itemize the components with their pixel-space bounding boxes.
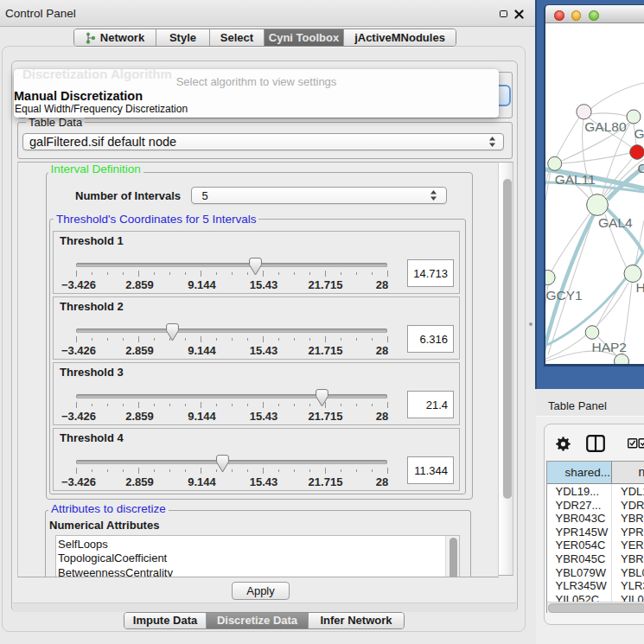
svg-text:GAL11: GAL11 [555, 172, 596, 187]
svg-text:C: C [638, 161, 644, 175]
svg-text:GA: GA [634, 126, 644, 141]
svg-text:GAL4: GAL4 [598, 215, 633, 230]
svg-text:HAP2: HAP2 [592, 340, 628, 354]
svg-text:GAL80: GAL80 [584, 119, 627, 134]
svg-text:H: H [636, 280, 644, 295]
svg-text:GCY1: GCY1 [546, 288, 583, 303]
